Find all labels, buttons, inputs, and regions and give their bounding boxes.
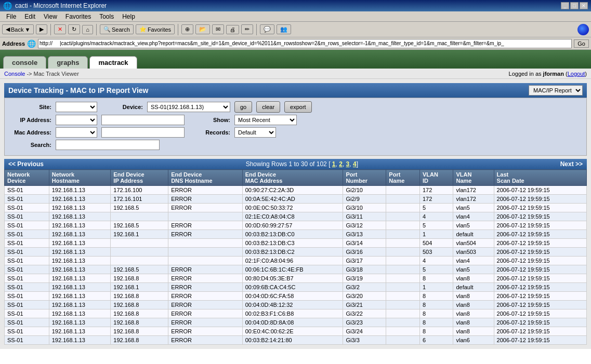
- cell-13-7: 8: [419, 301, 453, 309]
- go-button[interactable]: Go: [574, 39, 589, 48]
- cell-15-7: 8: [419, 318, 453, 327]
- menu-help[interactable]: Help: [118, 12, 139, 21]
- menu-view[interactable]: View: [40, 12, 61, 21]
- page-2-link[interactable]: 2: [339, 160, 343, 168]
- research-button[interactable]: 👥: [277, 24, 291, 34]
- show-select[interactable]: Most Recent All: [234, 115, 297, 125]
- minimize-button[interactable]: _: [561, 2, 569, 9]
- menu-tools[interactable]: Tools: [95, 12, 118, 21]
- table-row: SS-01192.168.1.1300:03:B2:13:DB:C3Gi3/14…: [5, 239, 587, 248]
- home-icon: ⌂: [86, 26, 89, 33]
- messenger-button[interactable]: 💬: [260, 24, 274, 34]
- chevron-down-icon: ▼: [24, 26, 30, 33]
- tab-mactrack[interactable]: mactrack: [89, 56, 137, 69]
- history-button[interactable]: 📂: [195, 24, 210, 34]
- site-select[interactable]: [56, 102, 97, 112]
- cell-2-8: vlan5: [453, 204, 494, 212]
- cell-5-6: [386, 230, 420, 239]
- mac-input[interactable]: [101, 127, 185, 138]
- cell-4-1: 192.168.1.13: [49, 221, 111, 230]
- cell-10-1: 192.168.1.13: [49, 274, 111, 283]
- cell-5-4: 00:03:B2:13:DB:C0: [242, 230, 343, 239]
- cell-6-4: 00:03:B2:13:DB:C3: [242, 239, 343, 248]
- cell-6-2: [111, 239, 168, 248]
- search-input[interactable]: [56, 140, 160, 150]
- edit-button[interactable]: ✏: [241, 24, 253, 34]
- cell-13-6: [386, 301, 420, 309]
- menu-file[interactable]: File: [2, 12, 20, 21]
- cell-8-2: [111, 257, 168, 265]
- window-icon: 🌐: [3, 2, 12, 10]
- report-type-select[interactable]: MAC/IP Report: [529, 85, 583, 96]
- cell-14-8: vlan8: [453, 309, 494, 318]
- cell-4-8: vlan5: [453, 221, 494, 230]
- cell-5-2: 192.168.1: [111, 230, 168, 239]
- cell-4-0: SS-01: [5, 221, 49, 230]
- table-row: SS-01192.168.1.13192.168.8ERROR00:03:B2:…: [5, 336, 587, 345]
- cell-16-7: 8: [419, 327, 453, 336]
- home-button[interactable]: ⌂: [82, 25, 93, 34]
- next-page-link[interactable]: Next >>: [560, 160, 583, 168]
- clear-button[interactable]: clear: [256, 101, 280, 113]
- table-row: SS-01192.168.1.13192.168.8ERROR00:04:0D:…: [5, 318, 587, 327]
- maximize-button[interactable]: □: [570, 2, 579, 9]
- cell-0-1: 192.168.1.13: [49, 186, 111, 195]
- menu-edit[interactable]: Edit: [20, 12, 40, 21]
- cell-3-5: Gi3/11: [343, 212, 386, 221]
- cell-8-4: 02:1F:C0:A8:04:96: [242, 257, 343, 265]
- go-button[interactable]: go: [234, 101, 252, 113]
- stop-button[interactable]: ✕: [54, 24, 66, 34]
- table-header-row: NetworkDevice NetworkHostname End Device…: [5, 170, 587, 186]
- page-1-link[interactable]: 1: [332, 160, 336, 168]
- cell-2-1: 192.168.1.13: [49, 204, 111, 212]
- cell-12-3: ERROR: [168, 292, 243, 301]
- col-port-name: PortName: [386, 170, 420, 186]
- filter-row-site: Site: Device: SS-01(192.168.1.13) go cle…: [10, 101, 581, 113]
- cell-8-7: 4: [419, 257, 453, 265]
- favorites-button[interactable]: ⭐ Favorites: [136, 24, 175, 34]
- refresh-button[interactable]: ↻: [68, 24, 80, 34]
- search-button[interactable]: 🔍 Search: [100, 24, 134, 34]
- ip-type-select[interactable]: [56, 115, 97, 125]
- address-label: Address: [2, 41, 25, 47]
- star-icon: ⭐: [139, 26, 147, 33]
- prev-page-link[interactable]: << Previous: [8, 160, 44, 168]
- cell-9-3: ERROR: [168, 265, 243, 274]
- address-input[interactable]: [38, 39, 572, 48]
- close-button[interactable]: ✕: [580, 2, 588, 9]
- cell-16-6: [386, 327, 420, 336]
- back-button[interactable]: ◀ Back ▼: [2, 24, 34, 34]
- cell-4-2: 192.168.5: [111, 221, 168, 230]
- tab-console[interactable]: console: [3, 56, 46, 69]
- device-select[interactable]: SS-01(192.168.1.13): [147, 102, 230, 112]
- tab-graphs[interactable]: graphs: [48, 56, 88, 69]
- print-button[interactable]: 🖨: [226, 25, 239, 34]
- media-button[interactable]: ⊕: [181, 24, 193, 34]
- page-4-link[interactable]: 4: [353, 160, 357, 168]
- logout-link[interactable]: Logout: [568, 71, 585, 77]
- mail-button[interactable]: ✉: [212, 24, 224, 34]
- mac-label: Mac Address:: [10, 129, 51, 136]
- mac-type-select[interactable]: [56, 127, 97, 138]
- cell-14-0: SS-01: [5, 309, 49, 318]
- nav-tabs: console graphs mactrack: [0, 50, 591, 69]
- cell-12-1: 192.168.1.13: [49, 292, 111, 301]
- pagination-info: Showing Rows 1 to 30 of 102 [ 1, 2, 3, 4…: [44, 160, 560, 168]
- menu-favorites[interactable]: Favorites: [61, 12, 95, 21]
- table-row: SS-01192.168.1.1300:03:B2:13:DB:C2Gi3/16…: [5, 248, 587, 257]
- export-button[interactable]: export: [284, 101, 312, 113]
- cell-8-1: 192.168.1.13: [49, 257, 111, 265]
- login-username: jforman: [543, 71, 564, 77]
- breadcrumb-console[interactable]: Console: [4, 71, 25, 77]
- ip-input[interactable]: [101, 115, 185, 125]
- records-select[interactable]: Default: [234, 127, 276, 138]
- table-row: SS-01192.168.1.13192.168.8ERROR00:80:D4:…: [5, 274, 587, 283]
- cell-2-0: SS-01: [5, 204, 49, 212]
- cell-6-1: 192.168.1.13: [49, 239, 111, 248]
- forward-button[interactable]: ▶: [36, 24, 47, 34]
- cell-6-6: [386, 239, 420, 248]
- cell-3-3: [168, 212, 243, 221]
- cell-14-3: ERROR: [168, 309, 243, 318]
- col-network-hostname: NetworkHostname: [49, 170, 111, 186]
- breadcrumb-bar: Console -> Mac Track Viewer Logged in as…: [0, 69, 591, 79]
